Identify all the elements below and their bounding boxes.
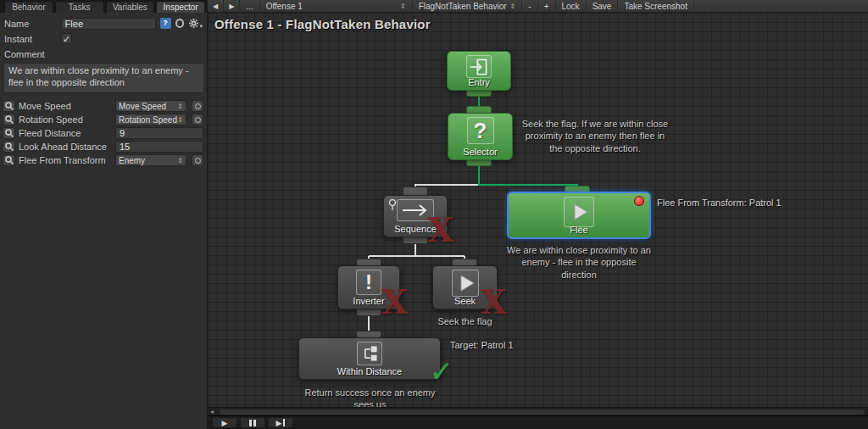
gear-caret-icon: ▾ [199, 24, 203, 29]
variable-row-fleed-distance: Fleed Distance [3, 127, 203, 139]
name-input[interactable] [61, 18, 156, 30]
seek-action-icon [452, 270, 479, 297]
zoom-out-button[interactable]: - [522, 0, 537, 13]
shared-variable-toggle[interactable] [192, 114, 203, 125]
seek-node[interactable]: Seek X [432, 265, 498, 309]
shared-variable-toggle[interactable] [192, 154, 203, 166]
zoom-in-button[interactable]: + [538, 0, 556, 13]
scrollbar-thumb[interactable] [220, 410, 865, 415]
dropdown-arrows-icon: ⇕ [400, 0, 406, 13]
breadcrumb-ellipsis[interactable]: ... [240, 0, 259, 13]
scroll-left-icon[interactable]: ◂ [208, 408, 216, 416]
variable-label: Fleed Distance [19, 128, 115, 138]
inverter-node[interactable]: ! Inverter X [337, 265, 400, 309]
step-button[interactable]: ▶ [268, 417, 293, 428]
dropdown-arrows-icon: ⇕ [510, 0, 516, 13]
look-ahead-distance-input[interactable] [115, 141, 203, 153]
behavior-tree-canvas[interactable]: Offense 1 - FlagNotTaken Behavior Ent [208, 13, 868, 407]
name-label: Name [4, 19, 61, 29]
entry-icon [466, 55, 492, 78]
comment-label: Comment [4, 49, 45, 59]
failure-icon: X [427, 213, 453, 247]
panel-tab-bar: Behavior Tasks Variables Inspector [0, 0, 207, 13]
fleed-distance-input[interactable] [115, 127, 203, 139]
selector-comment: Seek the flag. If we are within close pr… [518, 118, 672, 154]
success-icon: ✓ [430, 357, 454, 386]
variable-label: Move Speed [19, 101, 115, 111]
flee-from-transform-dropdown[interactable]: Enemy⇕ [115, 154, 186, 166]
variable-row-rotation-speed: Rotation Speed Rotation Speed⇕ [3, 114, 203, 125]
variable-row-flee-from-transform: Flee From Transform Enemy⇕ [3, 154, 203, 166]
search-icon[interactable] [3, 141, 15, 153]
within-distance-icon [357, 342, 382, 365]
variable-row-look-ahead-distance: Look Ahead Distance [3, 141, 203, 153]
entry-node[interactable]: Entry [447, 51, 511, 91]
dropdown-arrows-icon: ⇕ [177, 116, 183, 124]
within-distance-node[interactable]: Within Distance ✓ [298, 337, 441, 380]
flee-action-icon [564, 197, 594, 227]
play-button[interactable]: ▶ [212, 417, 237, 428]
gear-icon[interactable]: ▾ [188, 18, 203, 29]
node-label: Selector [448, 147, 512, 157]
sequence-node[interactable]: Sequence X [383, 195, 448, 237]
instant-label: Instant [4, 34, 61, 44]
tree-select[interactable]: FlagNotTaken Behavior ⇕ [413, 0, 523, 13]
breakpoint-toggle-icon[interactable] [175, 19, 185, 28]
dropdown-arrows-icon: ⇕ [177, 103, 183, 110]
within-distance-annotation: Target: Patrol 1 [450, 340, 514, 350]
flee-comment: We are within close proximity to an enem… [504, 244, 654, 281]
variable-label: Look Ahead Distance [19, 142, 115, 152]
variable-label: Rotation Speed [19, 114, 115, 125]
search-icon[interactable] [3, 114, 15, 125]
instant-checkbox[interactable]: ✓ [61, 33, 72, 44]
lock-button[interactable]: Lock [556, 0, 587, 13]
rotation-speed-dropdown[interactable]: Rotation Speed⇕ [115, 114, 186, 125]
variable-row-move-speed: Move Speed Move Speed⇕ [3, 100, 203, 112]
comment-textarea[interactable]: We are within close proximity to an enem… [3, 63, 204, 93]
search-icon[interactable] [3, 154, 15, 166]
tab-behavior[interactable]: Behavior [4, 1, 53, 13]
variable-label: Flee From Transform [19, 155, 115, 165]
nav-forward-button[interactable]: ▶ [224, 0, 240, 13]
take-screenshot-button[interactable]: Take Screenshot [618, 0, 694, 13]
node-label: Flee [509, 225, 649, 235]
nav-back-button[interactable]: ◀ [208, 0, 224, 13]
pause-icon [249, 420, 252, 426]
save-button[interactable]: Save [587, 0, 619, 13]
pause-button[interactable] [240, 417, 265, 428]
playback-bar: ▶ ▶ [208, 415, 868, 429]
graph-title: Offense 1 - FlagNotTaken Behavior [214, 17, 431, 31]
graph-toolbar: ◀ ▶ ... Offense 1 ⇕ FlagNotTaken Behavio… [208, 0, 868, 13]
behavior-select[interactable]: Offense 1 ⇕ [260, 0, 413, 13]
horizontal-scrollbar[interactable]: ◂ [208, 407, 868, 415]
failure-icon: X [381, 285, 408, 319]
breakpoint-icon[interactable] [634, 196, 644, 206]
move-speed-dropdown[interactable]: Move Speed⇕ [115, 100, 186, 112]
shared-variable-toggle[interactable] [192, 100, 203, 112]
search-icon[interactable] [3, 127, 15, 139]
inverter-icon: ! [356, 270, 381, 295]
inspector-panel: Behavior Tasks Variables Inspector Name … [0, 0, 208, 429]
node-label: Entry [448, 77, 510, 87]
tab-tasks[interactable]: Tasks [55, 1, 104, 13]
variables-list: Move Speed Move Speed⇕ Rotation Speed Ro… [0, 100, 207, 166]
help-icon[interactable]: ? [160, 18, 171, 29]
tab-inspector[interactable]: Inspector [156, 1, 205, 13]
selector-node[interactable]: ? Selector [448, 113, 513, 160]
step-icon [283, 419, 285, 426]
search-icon[interactable] [3, 100, 15, 112]
within-distance-comment: Return success once an enemy sees us [296, 387, 444, 407]
selector-icon: ? [467, 117, 494, 144]
flee-annotation: Flee From Transform: Patrol 1 [657, 198, 782, 208]
behavior-designer-window: Behavior Tasks Variables Inspector Name … [0, 0, 868, 429]
failure-icon: X [481, 285, 507, 319]
flee-node[interactable]: Flee [507, 192, 651, 239]
node-label: Within Distance [299, 366, 440, 376]
seek-comment: Seek the flag [416, 315, 514, 327]
dropdown-arrows-icon: ⇕ [177, 157, 183, 164]
tab-variables[interactable]: Variables [106, 1, 155, 13]
